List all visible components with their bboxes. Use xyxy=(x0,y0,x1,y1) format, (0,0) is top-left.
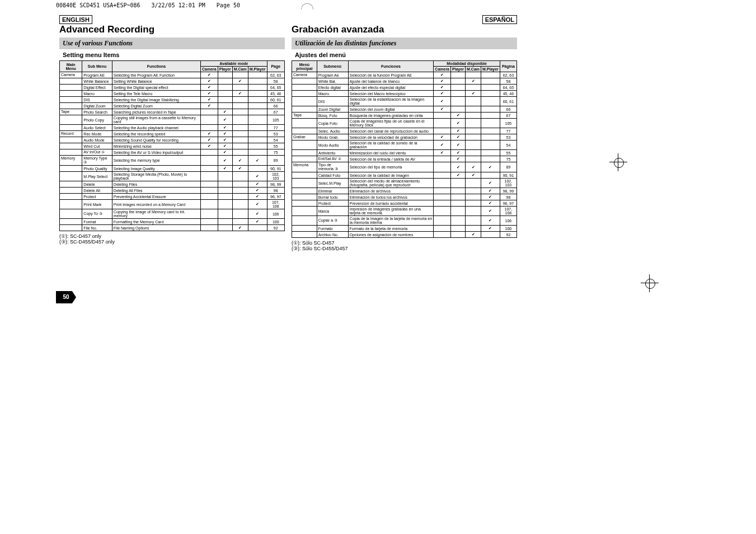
cell-mode: ✔ xyxy=(434,72,451,78)
cell-page: 53 xyxy=(500,134,516,140)
cell-mode: ✔ xyxy=(481,194,500,200)
cell-mode xyxy=(248,225,267,231)
note-1-es: (①): Sólo SC-D457 xyxy=(292,240,517,246)
cell-page: 60, 61 xyxy=(267,97,284,103)
cell-func: Copia de imágenes fijas de un casete en … xyxy=(348,119,434,128)
cell-mode xyxy=(434,200,451,207)
cell-mode xyxy=(201,166,218,172)
cell-func: Selecting the Digital Image Stabilizing xyxy=(112,97,200,103)
cell-mode xyxy=(466,179,481,188)
cell-func: Copying the image of Memory card to int.… xyxy=(112,209,200,219)
th-page: Page xyxy=(267,61,284,72)
cell-mode: ✔ xyxy=(201,103,218,109)
cell-sub: White Bal. xyxy=(317,78,348,85)
cell-mode: ✔ xyxy=(201,91,218,97)
cell-mode xyxy=(248,166,267,172)
cell-mode: ✔ xyxy=(248,209,267,219)
table-row: MemoryMemory Type ③Selecting the memory … xyxy=(60,156,285,166)
cell-mode: ✔ xyxy=(218,131,232,137)
table-row: Delete AllDeleting All Files✔98 xyxy=(60,188,285,194)
cell-func: Selecting the AV or S-Video input/output xyxy=(112,149,200,156)
cell-main xyxy=(292,216,317,226)
subtitle-en: Use of various Functions xyxy=(59,38,285,49)
cell-main xyxy=(60,125,82,131)
cell-func: Minimizing wind noise xyxy=(112,143,200,149)
cell-sub: Archivo No. xyxy=(317,232,348,238)
table-row: File No.File Naming Options✔92 xyxy=(60,225,285,231)
cell-mode xyxy=(451,91,466,97)
cell-sub: Macro xyxy=(317,91,348,97)
file-date: 3/22/05 12:01 PM xyxy=(152,2,205,8)
cell-mode xyxy=(232,188,248,194)
cell-mode: ✔ xyxy=(232,166,248,172)
cell-sub: Eliminar xyxy=(317,188,348,194)
cell-mode xyxy=(466,156,481,162)
cell-mode xyxy=(451,200,466,207)
cell-sub: Program AE xyxy=(82,72,112,78)
cell-mode xyxy=(481,72,500,78)
cell-mode xyxy=(434,156,451,162)
cell-sub: Photo Quality xyxy=(82,166,112,172)
cell-mode: ✔ xyxy=(451,150,466,156)
cell-mode: ✔ xyxy=(434,134,451,140)
cell-sub: Antiviento xyxy=(317,150,348,156)
cell-mode xyxy=(218,209,232,219)
cell-mode xyxy=(201,225,218,231)
cell-sub: DIS xyxy=(82,97,112,103)
table-row: DISSelecting the Digital Image Stabilizi… xyxy=(60,97,285,103)
cell-mode xyxy=(201,181,218,188)
cell-mode xyxy=(481,85,500,91)
th-cam: Camera xyxy=(201,67,218,72)
cell-sub: Audio Mode xyxy=(82,137,112,143)
cell-page: 45, 46 xyxy=(500,91,516,97)
th-main: Menú principal xyxy=(292,61,317,72)
cell-mode: ✔ xyxy=(218,115,232,125)
cell-page: 66 xyxy=(500,106,516,113)
cell-mode: ✔ xyxy=(218,143,232,149)
cell-main: Tape xyxy=(60,109,82,115)
cell-func: Preventing Accidental Erasure xyxy=(112,194,200,200)
cell-mode xyxy=(481,106,500,113)
cell-mode xyxy=(451,194,466,200)
cell-func: Ajuste del balance de blanco xyxy=(348,78,434,85)
cell-page: 107, 108 xyxy=(500,207,516,216)
cell-func: Selecting Image Quality xyxy=(112,166,200,172)
cell-sub: Program Ae xyxy=(317,72,348,78)
th-player: Player xyxy=(451,67,466,72)
cell-mode xyxy=(451,97,466,106)
cell-page: 45, 46 xyxy=(267,91,284,97)
cell-main: Memory xyxy=(60,156,82,166)
cell-mode: ✔ xyxy=(451,162,466,172)
table-row: Digital ZoomSelecting Digital Zoom✔66 xyxy=(60,103,285,109)
cell-page: 98 xyxy=(500,194,516,200)
cell-page: 96, 97 xyxy=(500,200,516,207)
cell-main xyxy=(60,137,82,143)
cell-mode: ✔ xyxy=(451,140,466,150)
cell-mode xyxy=(232,97,248,103)
cell-mode: ✔ xyxy=(481,162,500,172)
registration-mark-icon xyxy=(644,278,655,289)
section-es: Ajustes del menú xyxy=(292,49,517,60)
cell-mode: ✔ xyxy=(201,78,218,85)
cell-mode: ✔ xyxy=(248,194,267,200)
cell-mode xyxy=(434,179,451,188)
cell-main xyxy=(60,103,82,109)
cell-sub: Photo Search xyxy=(82,109,112,115)
cell-sub: Digital Zoom xyxy=(82,103,112,109)
cell-main xyxy=(292,140,317,150)
cell-mode xyxy=(466,216,481,226)
cell-func: Formato de la tarjeta de memoria xyxy=(348,226,434,232)
table-row: MemoriaTipo de memoria ③Selección del ti… xyxy=(292,162,517,172)
cell-sub: Calidad Foto xyxy=(317,172,348,179)
cell-page: 90, 91 xyxy=(500,172,516,179)
cell-mode: ✔ xyxy=(451,113,466,119)
cell-mode xyxy=(466,106,481,113)
cell-page: 64, 65 xyxy=(500,85,516,91)
cell-mode: ✔ xyxy=(218,156,232,166)
cell-mode: ✔ xyxy=(218,125,232,131)
cell-page: 100 xyxy=(267,219,284,225)
cell-page: 105 xyxy=(267,115,284,125)
cell-func: Selecting the Program AE Function xyxy=(112,72,200,78)
cell-page: 90, 91 xyxy=(267,166,284,172)
cell-mode xyxy=(451,106,466,113)
